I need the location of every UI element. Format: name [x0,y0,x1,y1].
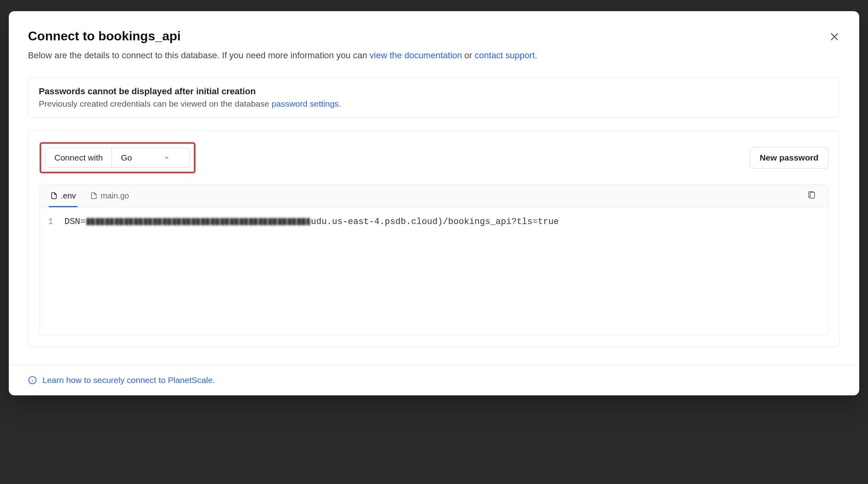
notice-body: Previously created credentials can be vi… [39,99,829,109]
password-settings-link[interactable]: password settings [272,99,339,108]
password-notice-banner: Passwords cannot be displayed after init… [28,77,840,118]
code-tabs: .env main.go [49,185,131,207]
modal-title: Connect to bookings_api [28,29,840,44]
panel-top-row: Connect with Go New password [40,142,828,173]
clipboard-icon [807,191,816,200]
secure-connect-link[interactable]: Learn how to securely connect to PlanetS… [42,375,215,385]
modal-header: Connect to bookings_api Below are the de… [9,11,859,67]
close-button[interactable] [828,30,841,43]
code-area: .env main.go [40,184,828,335]
connect-modal: Connect to bookings_api Below are the de… [9,11,859,395]
tutorial-highlight: Connect with Go [40,142,195,173]
chevron-down-icon [164,155,169,161]
redacted-credentials [86,218,310,225]
language-selected-value: Go [121,153,132,163]
line-number: 1 [48,217,53,227]
notice-body-end: . [339,99,341,108]
svg-rect-2 [810,192,814,198]
modal-footer: Learn how to securely connect to PlanetS… [9,365,859,395]
subtitle-text-pre: Below are the details to connect to this… [28,50,370,60]
subtitle-text-mid: or [464,50,475,60]
modal-subtitle: Below are the details to connect to this… [28,49,840,62]
new-password-button[interactable]: New password [750,147,828,169]
tab-main-go[interactable]: main.go [89,185,131,207]
file-icon [50,192,58,199]
subtitle-text-end: . [535,50,537,60]
language-select[interactable]: Go [112,148,189,167]
code-line: DSN=udu.us-east-4.psdb.cloud)/bookings_a… [64,217,559,227]
notice-title: Passwords cannot be displayed after init… [39,86,829,97]
dsn-prefix: DSN= [64,217,86,227]
close-icon [829,32,840,42]
tab-main-go-label: main.go [101,191,129,200]
connect-with-group: Connect with Go [45,148,190,168]
file-icon [90,192,98,199]
tab-env-label: .env [61,191,76,200]
dsn-suffix: udu.us-east-4.psdb.cloud)/bookings_api?t… [311,217,559,227]
notice-body-pre: Previously created credentials can be vi… [39,99,272,108]
copy-button[interactable] [804,188,819,204]
info-icon [28,376,37,385]
connect-with-label: Connect with [46,148,112,167]
code-tabs-bar: .env main.go [40,185,828,207]
view-documentation-link[interactable]: view the documentation [370,50,462,60]
tab-env[interactable]: .env [49,185,78,207]
contact-support-link[interactable]: contact support [475,50,535,60]
code-content: 1 DSN=udu.us-east-4.psdb.cloud)/bookings… [40,207,828,335]
connect-panel: Connect with Go New password [28,131,840,347]
